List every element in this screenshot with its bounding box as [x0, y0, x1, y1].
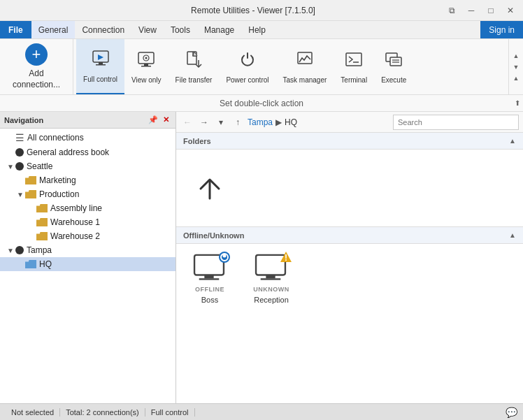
- nav-controls: 📌 ✕: [148, 115, 171, 126]
- tree-item-all-connections[interactable]: ☰ All connections: [0, 130, 175, 145]
- offline-section-header: Offline/Unknown ▲: [176, 227, 523, 244]
- back-button[interactable]: ←: [180, 115, 194, 129]
- menu-manage[interactable]: Manage: [197, 21, 241, 38]
- status-bar: Not selected Total: 2 connection(s) Full…: [0, 403, 523, 420]
- tree-item-assembly-line[interactable]: Assembly line: [0, 201, 175, 215]
- tree-item-warehouse-1[interactable]: Warehouse 1: [0, 215, 175, 229]
- svg-rect-27: [266, 275, 275, 278]
- tree-label-hq: HQ: [39, 259, 52, 269]
- svg-rect-2: [96, 64, 106, 66]
- view-only-button[interactable]: View only: [124, 39, 169, 94]
- toolbar: + Addconnection... Full control: [0, 39, 523, 95]
- scroll-mid-button[interactable]: ▼: [510, 61, 522, 73]
- dot-icon-tampa: [15, 246, 24, 254]
- nav-tree: ☰ All connections General address book ▼…: [0, 129, 175, 403]
- folder-icon-assembly: [36, 204, 48, 212]
- search-input[interactable]: [393, 115, 519, 130]
- menu-help[interactable]: Help: [241, 21, 273, 38]
- action-bar: Set double-click action ⬆: [0, 95, 523, 112]
- tree-label-assembly: Assembly line: [50, 203, 102, 213]
- task-manager-button[interactable]: Task manager: [276, 39, 334, 94]
- parent-folder-item[interactable]: [182, 155, 238, 221]
- file-transfer-icon: [184, 50, 203, 73]
- sign-in-button[interactable]: Sign in: [480, 21, 523, 38]
- add-connection-button[interactable]: + Addconnection...: [7, 39, 66, 94]
- tree-item-production[interactable]: ▼ Production: [0, 187, 175, 201]
- minimize-button[interactable]: ─: [464, 3, 478, 17]
- status-right: 💬: [506, 407, 517, 418]
- title-bar: Remote Utilities - Viewer [7.1.5.0] ⧉ ─ …: [0, 0, 523, 21]
- tree-item-warehouse-2[interactable]: Warehouse 2: [0, 229, 175, 243]
- connection-boss[interactable]: OFFLINE Boss: [182, 249, 238, 308]
- breadcrumb-current: HQ: [285, 117, 297, 127]
- tree-item-hq[interactable]: HQ: [0, 257, 175, 271]
- full-control-button[interactable]: Full control: [76, 39, 124, 94]
- reception-icon-wrap: !: [253, 254, 289, 283]
- svg-rect-6: [141, 66, 151, 67]
- tree-label-warehouse2: Warehouse 2: [50, 231, 100, 241]
- power-control-label: Power control: [226, 76, 268, 84]
- full-control-icon: [91, 49, 110, 73]
- tree-item-seattle[interactable]: ▼ Seattle: [0, 159, 175, 173]
- folders-content: [176, 150, 523, 226]
- terminal-label: Terminal: [341, 76, 367, 84]
- offline-section: Offline/Unknown ▲: [176, 226, 523, 314]
- scroll-down-button[interactable]: ▲: [510, 73, 522, 84]
- scroll-up-button[interactable]: ▲: [510, 50, 522, 61]
- folder-icon-warehouse1: [36, 218, 48, 226]
- view-only-label: View only: [131, 76, 162, 84]
- reception-name: Reception: [254, 296, 289, 304]
- breadcrumb-arrow: ▶: [275, 117, 282, 127]
- tree-label-tampa: Tampa: [27, 245, 52, 255]
- folder-icon-hq: [25, 260, 36, 268]
- power-control-button[interactable]: Power control: [219, 39, 275, 94]
- restore-button[interactable]: ⧉: [445, 3, 459, 17]
- action-bar-collapse[interactable]: ⬆: [515, 99, 520, 107]
- nav-close-button[interactable]: ✕: [160, 115, 171, 126]
- full-control-label: Full control: [83, 75, 117, 83]
- list-icon: ☰: [15, 132, 24, 143]
- breadcrumb: Tampa ▶ HQ: [248, 117, 390, 127]
- execute-button[interactable]: Execute: [374, 39, 413, 94]
- folders-collapse-button[interactable]: ▲: [509, 137, 516, 145]
- svg-rect-21: [199, 278, 220, 280]
- boss-status-label: OFFLINE: [195, 286, 224, 293]
- dot-icon-seattle: [15, 162, 24, 171]
- breadcrumb-parent[interactable]: Tampa: [248, 117, 273, 127]
- forward-button[interactable]: →: [197, 115, 211, 129]
- tree-item-tampa[interactable]: ▼ Tampa: [0, 243, 175, 257]
- maximize-button[interactable]: □: [484, 3, 498, 17]
- nav-pin-button[interactable]: 📌: [148, 115, 159, 126]
- action-bar-label: Set double-click action: [220, 99, 303, 108]
- menu-connection[interactable]: Connection: [75, 21, 131, 38]
- offline-content: OFFLINE Boss !: [176, 244, 523, 314]
- svg-marker-3: [98, 55, 103, 60]
- svg-rect-5: [144, 64, 148, 66]
- status-selection: Not selected: [6, 408, 60, 417]
- menu-file[interactable]: File: [0, 21, 31, 38]
- svg-point-8: [145, 57, 148, 59]
- folders-section-header: Folders ▲: [176, 133, 523, 150]
- chat-icon[interactable]: 💬: [506, 407, 517, 418]
- tree-label-production: Production: [39, 189, 79, 199]
- connection-reception[interactable]: ! UNKNOWN Reception: [243, 249, 299, 308]
- menu-view[interactable]: View: [131, 21, 164, 38]
- close-button[interactable]: ✕: [503, 3, 517, 17]
- reception-status-icon: !: [280, 251, 292, 266]
- tree-item-marketing[interactable]: Marketing: [0, 173, 175, 187]
- menu-general[interactable]: General: [31, 21, 76, 38]
- execute-label: Execute: [381, 76, 406, 84]
- svg-rect-28: [261, 278, 281, 280]
- offline-collapse-button[interactable]: ▲: [509, 231, 516, 239]
- file-transfer-button[interactable]: File transfer: [169, 39, 220, 94]
- up-button[interactable]: ↑: [231, 115, 245, 129]
- reception-status-label: UNKNOWN: [253, 286, 289, 293]
- toolbar-left: + Addconnection...: [0, 39, 73, 94]
- tree-item-general-address[interactable]: General address book: [0, 145, 175, 159]
- navigation-panel: Navigation 📌 ✕ ☰ All connections General…: [0, 112, 176, 403]
- terminal-button[interactable]: Terminal: [334, 39, 374, 94]
- svg-point-25: [223, 254, 227, 258]
- dropdown-button[interactable]: ▾: [214, 115, 228, 129]
- menu-tools[interactable]: Tools: [164, 21, 197, 38]
- toolbar-actions: Full control View only: [73, 39, 508, 94]
